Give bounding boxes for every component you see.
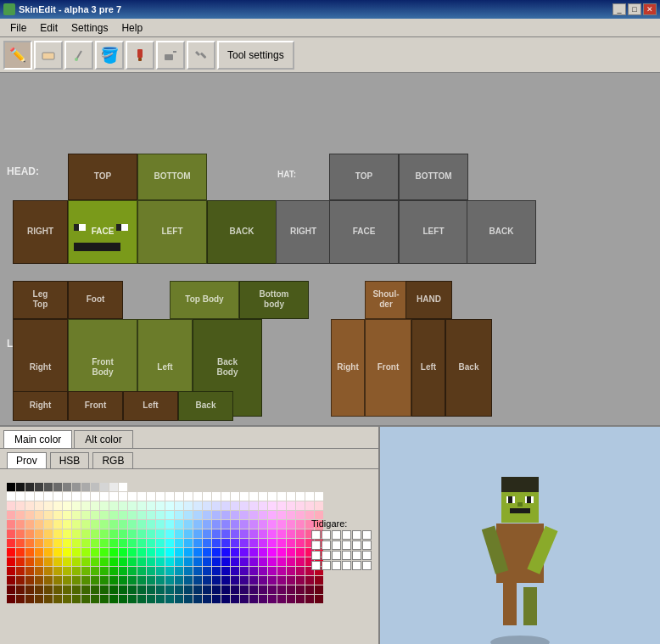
palette-cell[interactable]: [268, 539, 277, 547]
palette-cell[interactable]: [268, 567, 277, 575]
palette-cell[interactable]: [63, 511, 71, 519]
eraser-tool-button[interactable]: [34, 41, 63, 70]
palette-cell[interactable]: [184, 483, 193, 491]
palette-cell[interactable]: [81, 492, 90, 501]
palette-cell[interactable]: [175, 520, 183, 529]
palette-cell[interactable]: [203, 576, 211, 585]
palette-cell[interactable]: [277, 501, 286, 510]
palette-cell[interactable]: [16, 483, 25, 491]
palette-cell[interactable]: [305, 576, 314, 585]
palette-cell[interactable]: [35, 576, 43, 585]
palette-cell[interactable]: [91, 520, 99, 529]
palette-cell[interactable]: [72, 529, 81, 538]
palette-cell[interactable]: [128, 557, 137, 566]
palette-cell[interactable]: [7, 576, 15, 585]
palette-cell[interactable]: [240, 585, 249, 594]
palette-cell[interactable]: [165, 539, 174, 547]
palette-cell[interactable]: [193, 520, 202, 529]
palette-cell[interactable]: [259, 520, 267, 529]
recent-color-18[interactable]: [362, 551, 372, 560]
palette-cell[interactable]: [100, 548, 109, 557]
palette-cell[interactable]: [137, 529, 146, 538]
palette-cell[interactable]: [249, 492, 258, 501]
palette-cell[interactable]: [25, 595, 34, 603]
palette-cell[interactable]: [91, 529, 99, 538]
palette-cell[interactable]: [231, 595, 239, 603]
palette-cell[interactable]: [81, 511, 90, 519]
palette-cell[interactable]: [91, 501, 99, 510]
palette-cell[interactable]: [277, 567, 286, 575]
palette-cell[interactable]: [147, 511, 155, 519]
palette-cell[interactable]: [137, 548, 146, 557]
palette-cell[interactable]: [296, 520, 305, 529]
palette-cell[interactable]: [91, 567, 99, 575]
palette-cell[interactable]: [296, 483, 305, 491]
palette-cell[interactable]: [25, 548, 34, 557]
palette-cell[interactable]: [240, 557, 249, 566]
palette-cell[interactable]: [7, 585, 15, 594]
palette-cell[interactable]: [109, 548, 118, 557]
palette-cell[interactable]: [109, 529, 118, 538]
palette-cell[interactable]: [109, 576, 118, 585]
palette-cell[interactable]: [287, 539, 295, 547]
palette-cell[interactable]: [7, 520, 15, 529]
palette-cell[interactable]: [72, 492, 81, 501]
palette-cell[interactable]: [231, 576, 239, 585]
palette-cell[interactable]: [137, 595, 146, 603]
palette-cell[interactable]: [100, 511, 109, 519]
palette-cell[interactable]: [7, 595, 15, 603]
palette-cell[interactable]: [212, 511, 221, 519]
palette-cell[interactable]: [91, 548, 99, 557]
palette-cell[interactable]: [175, 529, 183, 538]
palette-cell[interactable]: [221, 548, 230, 557]
palette-cell[interactable]: [100, 492, 109, 501]
palette-cell[interactable]: [175, 501, 183, 510]
palette-cell[interactable]: [91, 539, 99, 547]
palette-cell[interactable]: [35, 483, 43, 491]
palette-cell[interactable]: [156, 585, 165, 594]
palette-cell[interactable]: [212, 492, 221, 501]
palette-cell[interactable]: [212, 483, 221, 491]
palette-cell[interactable]: [259, 548, 267, 557]
palette-cell[interactable]: [128, 492, 137, 501]
palette-cell[interactable]: [119, 567, 127, 575]
palette-cell[interactable]: [212, 529, 221, 538]
palette-cell[interactable]: [109, 501, 118, 510]
palette-cell[interactable]: [119, 595, 127, 603]
palette-cell[interactable]: [156, 483, 165, 491]
palette-cell[interactable]: [231, 529, 239, 538]
palette-cell[interactable]: [53, 567, 62, 575]
palette-cell[interactable]: [147, 529, 155, 538]
palette-cell[interactable]: [315, 576, 323, 585]
recent-color-11[interactable]: [352, 540, 361, 550]
palette-cell[interactable]: [7, 483, 15, 491]
palette-cell[interactable]: [63, 567, 71, 575]
palette-cell[interactable]: [268, 511, 277, 519]
palette-cell[interactable]: [53, 539, 62, 547]
palette-cell[interactable]: [91, 483, 99, 491]
palette-cell[interactable]: [119, 585, 127, 594]
palette-cell[interactable]: [231, 557, 239, 566]
spray-tool-button[interactable]: [156, 41, 185, 70]
palette-cell[interactable]: [7, 529, 15, 538]
palette-cell[interactable]: [212, 576, 221, 585]
palette-cell[interactable]: [240, 483, 249, 491]
palette-cell[interactable]: [212, 585, 221, 594]
palette-cell[interactable]: [16, 529, 25, 538]
main-color-tab[interactable]: Main color: [3, 430, 72, 448]
palette-cell[interactable]: [184, 501, 193, 510]
palette-cell[interactable]: [91, 576, 99, 585]
palette-cell[interactable]: [249, 548, 258, 557]
recent-color-5[interactable]: [352, 530, 361, 540]
palette-cell[interactable]: [81, 520, 90, 529]
palette-cell[interactable]: [128, 511, 137, 519]
palette-cell[interactable]: [249, 539, 258, 547]
palette-cell[interactable]: [240, 529, 249, 538]
palette-cell[interactable]: [231, 511, 239, 519]
palette-cell[interactable]: [165, 501, 174, 510]
palette-cell[interactable]: [35, 501, 43, 510]
palette-cell[interactable]: [203, 492, 211, 501]
palette-cell[interactable]: [221, 585, 230, 594]
menu-edit[interactable]: Edit: [33, 20, 64, 36]
palette-cell[interactable]: [100, 501, 109, 510]
